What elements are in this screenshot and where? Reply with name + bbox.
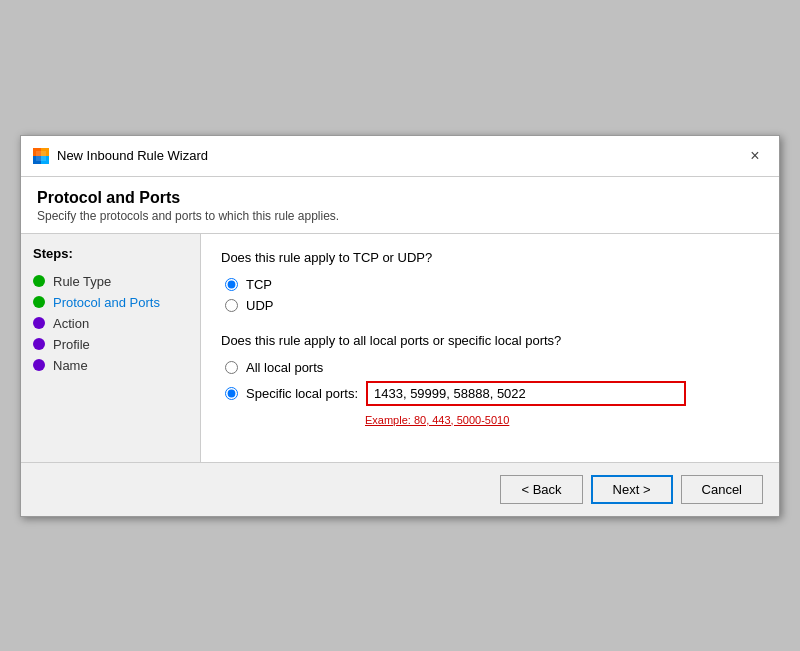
tcp-label: TCP — [246, 277, 272, 292]
step-dot-rule-type — [33, 275, 45, 287]
tcp-udp-group: TCP UDP — [225, 277, 759, 313]
content-panel: Does this rule apply to TCP or UDP? TCP … — [201, 234, 779, 462]
page-description: Specify the protocols and ports to which… — [37, 209, 763, 223]
main-body: Steps: Rule Type Protocol and Ports Acti… — [21, 234, 779, 462]
tcp-option[interactable]: TCP — [225, 277, 759, 292]
step-label-action: Action — [53, 316, 89, 331]
close-button[interactable]: × — [743, 144, 767, 168]
step-profile: Profile — [33, 334, 188, 355]
specific-ports-label-container[interactable]: Specific local ports: — [225, 386, 358, 401]
step-protocol-ports: Protocol and Ports — [33, 292, 188, 313]
steps-panel: Steps: Rule Type Protocol and Ports Acti… — [21, 234, 201, 462]
ports-question: Does this rule apply to all local ports … — [221, 333, 759, 348]
ports-group: All local ports Specific local ports: Ex… — [225, 360, 759, 426]
specific-ports-row: Specific local ports: — [225, 381, 759, 406]
tcp-udp-question: Does this rule apply to TCP or UDP? — [221, 250, 759, 265]
step-label-profile: Profile — [53, 337, 90, 352]
svg-rect-4 — [36, 151, 46, 161]
ports-input[interactable] — [366, 381, 686, 406]
all-local-label: All local ports — [246, 360, 323, 375]
page-title: Protocol and Ports — [37, 189, 763, 207]
udp-option[interactable]: UDP — [225, 298, 759, 313]
back-button[interactable]: < Back — [500, 475, 582, 504]
header-section: Protocol and Ports Specify the protocols… — [21, 177, 779, 234]
all-local-radio[interactable] — [225, 361, 238, 374]
step-dot-profile — [33, 338, 45, 350]
step-dot-name — [33, 359, 45, 371]
all-local-option[interactable]: All local ports — [225, 360, 759, 375]
udp-radio[interactable] — [225, 299, 238, 312]
steps-label: Steps: — [33, 246, 188, 261]
step-rule-type: Rule Type — [33, 271, 188, 292]
step-label-name: Name — [53, 358, 88, 373]
dialog-window: New Inbound Rule Wizard × Protocol and P… — [20, 135, 780, 517]
title-bar-left: New Inbound Rule Wizard — [33, 148, 208, 164]
step-label-protocol-ports: Protocol and Ports — [53, 295, 160, 310]
tcp-radio[interactable] — [225, 278, 238, 291]
footer: < Back Next > Cancel — [21, 462, 779, 516]
next-button[interactable]: Next > — [591, 475, 673, 504]
dialog-title: New Inbound Rule Wizard — [57, 148, 208, 163]
step-label-rule-type: Rule Type — [53, 274, 111, 289]
ports-section: Does this rule apply to all local ports … — [221, 333, 759, 426]
ports-example: Example: 80, 443, 5000-5010 — [365, 414, 759, 426]
cancel-button[interactable]: Cancel — [681, 475, 763, 504]
specific-ports-radio[interactable] — [225, 387, 238, 400]
step-name: Name — [33, 355, 188, 376]
specific-ports-label: Specific local ports: — [246, 386, 358, 401]
udp-label: UDP — [246, 298, 273, 313]
step-dot-protocol-ports — [33, 296, 45, 308]
title-bar: New Inbound Rule Wizard × — [21, 136, 779, 177]
step-dot-action — [33, 317, 45, 329]
firewall-icon — [33, 148, 49, 164]
step-action: Action — [33, 313, 188, 334]
